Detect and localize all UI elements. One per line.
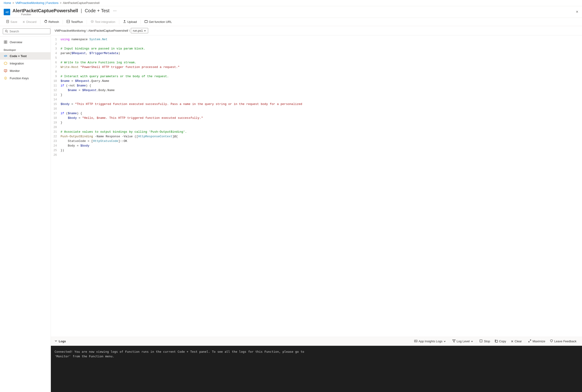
code-line-10: 10$name = $Request.Query.Name (51, 79, 582, 84)
stop-button[interactable]: Stop (478, 338, 492, 344)
sidebar-item-monitor[interactable]: Monitor (0, 67, 50, 74)
get-url-button[interactable]: Get function URL (142, 19, 174, 25)
save-button[interactable]: Save (4, 19, 20, 25)
sidebar-item-overview-label: Overview (10, 40, 22, 44)
code-line-8: 8 (51, 70, 582, 74)
code-line-4: 4param($Request, $TriggerMetadata) (51, 51, 582, 56)
file-dropdown[interactable]: run.ps1 (131, 28, 148, 33)
clear-button[interactable]: ✕ Clear (509, 338, 524, 344)
code-line-7: 7Write-Host "PowerShell HTTP trigger fun… (51, 65, 582, 70)
svg-rect-34 (480, 340, 482, 342)
log-message: Connected! You are now viewing logs of F… (54, 350, 578, 358)
code-line-13: 13} (51, 93, 582, 97)
svg-point-28 (5, 78, 6, 79)
overview-icon (4, 40, 8, 44)
breadcrumb-current: AlertPacketCaptuePowershell (63, 2, 100, 4)
svg-rect-2 (7, 20, 8, 21)
sidebar-item-code-test-label: Code + Test (10, 54, 26, 58)
sidebar-item-code-test[interactable]: Code + Test (0, 52, 50, 60)
code-line-5: 5 (51, 56, 582, 60)
code-line-25: 25}) (51, 148, 582, 153)
function-icon: </> (4, 9, 10, 15)
toolbar-sep-1 (40, 20, 40, 24)
svg-rect-3 (7, 22, 8, 23)
leave-feedback-button[interactable]: Leave Feedback (548, 338, 578, 344)
app-insights-button[interactable]: App Insights Logs (412, 338, 448, 344)
sidebar-item-overview[interactable]: Overview (0, 38, 50, 46)
chevron-down-icon (144, 30, 146, 32)
logs-panel: Logs App Insights Logs | (51, 337, 582, 392)
close-button[interactable]: × (576, 10, 578, 14)
svg-rect-35 (496, 340, 498, 342)
test-run-icon (66, 20, 70, 24)
filter-icon (452, 339, 456, 343)
code-line-2: 2 (51, 42, 582, 46)
svg-marker-33 (452, 340, 455, 342)
breadcrumb-functions[interactable]: VMProactiveMonitoring | Functions (16, 2, 58, 4)
main-container: 《 Overview Developer Code + Test I (0, 26, 582, 392)
code-line-14: 14 (51, 97, 582, 102)
page-subtitle: Code + Test (85, 8, 110, 14)
more-options-icon[interactable]: ··· (113, 8, 117, 13)
file-path-part2: AlertPacketCaptuePowershell (88, 29, 128, 32)
svg-rect-10 (145, 20, 148, 23)
code-line-6: 6# Write to the Azure Functions log stre… (51, 60, 582, 65)
logs-toolbar: Logs App Insights Logs | (51, 337, 582, 346)
code-line-1: 1using namespace System.Net (51, 37, 582, 42)
discard-button[interactable]: ✕ Discard (20, 19, 39, 25)
svg-line-19 (5, 55, 6, 57)
code-line-16: 16 (51, 106, 582, 111)
sidebar-item-function-keys[interactable]: Function Keys (0, 74, 50, 82)
code-line-12: 12 $name = $Request.Body.Name (51, 88, 582, 93)
copy-button[interactable]: Copy (493, 338, 508, 344)
code-line-11: 11if (-not $name) { (51, 84, 582, 88)
sidebar-item-integration[interactable]: Integration (0, 60, 50, 67)
breadcrumb: Home > VMProactiveMonitoring | Functions… (0, 0, 582, 6)
file-dropdown-value: run.ps1 (133, 29, 143, 32)
code-line-22: 22Push-OutputBinding -Name Response -Val… (51, 134, 582, 139)
logs-title-label: Logs (59, 340, 66, 343)
log-level-button[interactable]: Log Level (450, 338, 475, 344)
test-integration-icon (90, 20, 94, 24)
search-input[interactable] (10, 30, 48, 33)
refresh-button[interactable]: Refresh (42, 19, 62, 25)
function-keys-icon (4, 76, 8, 80)
app-insights-icon (414, 339, 418, 343)
content-area: VMProactiveMonitoring \ AlertPacketCaptu… (51, 26, 582, 392)
svg-rect-5 (67, 20, 70, 23)
breadcrumb-home[interactable]: Home (4, 2, 11, 4)
code-line-18: 18 $body = "Hello, $name. This HTTP trig… (51, 116, 582, 120)
logs-title[interactable]: Logs (54, 340, 66, 343)
toolbar-sep-5 (140, 20, 141, 24)
search-icon (5, 30, 8, 33)
logs-actions: App Insights Logs | Log Level | (412, 338, 578, 344)
code-line-23: 23 StatusCode = [HttpStatusCode]::OK (51, 139, 582, 144)
copy-icon (495, 339, 498, 343)
search-box[interactable] (3, 28, 50, 34)
header-title-group: AlertPacketCaptuePowershell | Code + Tes… (12, 8, 117, 16)
svg-marker-4 (46, 20, 47, 21)
svg-rect-18 (6, 42, 7, 44)
stop-icon (480, 339, 482, 343)
code-editor[interactable]: 1using namespace System.Net2 3# Input bi… (51, 35, 582, 337)
sidebar-top: 《 (0, 26, 50, 36)
save-icon (6, 20, 9, 24)
test-integration-button[interactable]: Test integration (88, 19, 118, 25)
sidebar-nav: Overview Developer Code + Test Integrati… (0, 36, 50, 84)
main-toolbar: Save ✕ Discard Refresh Test/Run Test int… (0, 18, 582, 26)
svg-line-14 (7, 32, 8, 32)
upload-button[interactable]: Upload (121, 19, 139, 25)
sidebar-item-function-keys-label: Function Keys (10, 76, 29, 80)
monitor-icon (4, 69, 8, 72)
code-line-15: 15$body = "This HTTP triggered function … (51, 102, 582, 106)
code-test-icon (4, 54, 8, 58)
log-level-chevron-icon (471, 340, 473, 342)
sidebar-developer-section: Developer (0, 46, 50, 52)
maximize-button[interactable]: Maximize (526, 338, 547, 344)
heart-icon (550, 339, 553, 343)
upload-icon (123, 20, 126, 24)
app-insights-chevron-icon (444, 340, 446, 342)
code-line-9: 9# Interact with query parameters or the… (51, 74, 582, 79)
logs-content: Connected! You are now viewing logs of F… (51, 346, 582, 392)
test-run-button[interactable]: Test/Run (64, 19, 85, 25)
